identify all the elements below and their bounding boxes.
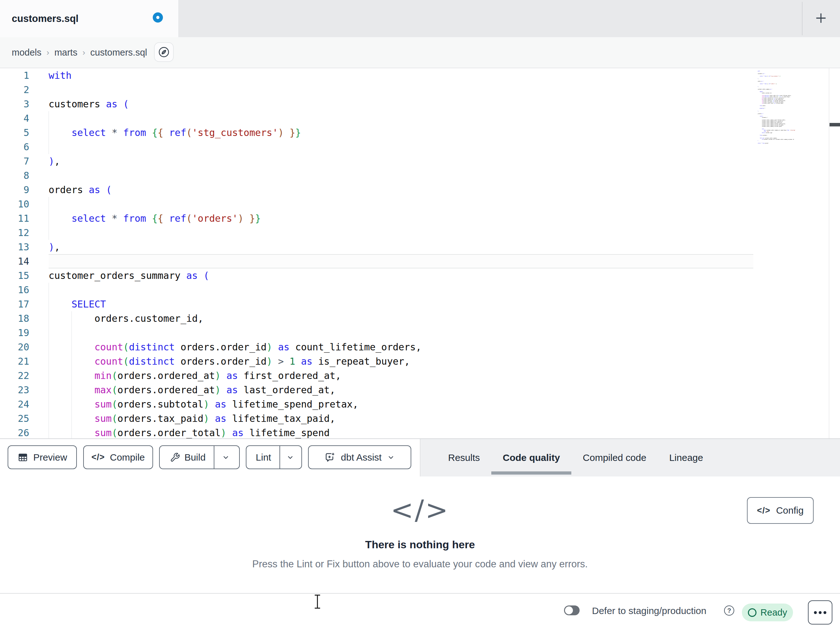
tab-compiled-code[interactable]: Compiled code [571, 439, 658, 476]
lint-dropdown[interactable] [280, 446, 300, 468]
line-number: 11 [0, 211, 29, 226]
new-tab-button[interactable] [810, 7, 832, 29]
code-line[interactable]: orders as ( [49, 183, 753, 197]
line-number: 17 [0, 297, 29, 311]
code-line[interactable]: select * from {{ ref('orders') }} [49, 211, 753, 226]
line-number: 22 [0, 369, 29, 383]
unsaved-changes-indicator [153, 13, 163, 22]
code-line[interactable] [49, 140, 753, 154]
tab-code-quality[interactable]: Code quality [491, 439, 571, 476]
code-line[interactable]: min(orders.ordered_at) as first_ordered_… [49, 369, 753, 383]
line-number: 16 [0, 283, 29, 297]
ready-status-badge: Ready [742, 604, 793, 621]
code-line[interactable]: orders.customer_id, [49, 311, 753, 326]
config-button[interactable]: </> Config [747, 497, 814, 524]
code-line[interactable] [49, 111, 753, 125]
line-number: 14 [0, 254, 29, 269]
code-line[interactable]: count(distinct orders.order_id) > 1 as i… [49, 354, 753, 369]
defer-toggle[interactable] [564, 606, 579, 615]
config-label: Config [776, 505, 804, 516]
editor-action-bar: Preview </> Compile Build Lint [0, 438, 840, 476]
line-number: 9 [0, 183, 29, 197]
lint-split-button[interactable]: Lint [246, 445, 302, 469]
breadcrumb: models›marts›customers.sql [12, 37, 147, 68]
tab-bar-divider [802, 2, 802, 35]
code-editor[interactable]: 1234567891011121314151617181920212223242… [0, 68, 840, 438]
code-line[interactable] [49, 254, 753, 269]
build-split-button[interactable]: Build [159, 445, 240, 469]
dbt-ide-window: customers.sql models›marts›customers.sql… [0, 0, 840, 628]
build-main[interactable]: Build [162, 452, 214, 463]
mouse-cursor-ibeam [314, 594, 321, 610]
code-line[interactable]: customers as ( [49, 97, 753, 111]
assist-label: dbt Assist [341, 452, 381, 463]
preview-button[interactable]: Preview [8, 445, 77, 469]
plus-icon [814, 11, 828, 25]
breadcrumb-separator: › [47, 47, 49, 57]
build-dropdown[interactable] [214, 446, 237, 468]
status-bar: Defer to staging/production ? Ready [0, 593, 840, 628]
code-line[interactable]: SELECT [49, 297, 753, 311]
line-number: 1 [0, 68, 29, 82]
line-number: 21 [0, 354, 29, 369]
tab-title: customers.sql [12, 0, 79, 37]
dbt-assist-button[interactable]: dbt Assist [308, 445, 411, 469]
breadcrumb-item[interactable]: marts [54, 47, 77, 58]
code-line[interactable]: with [49, 68, 753, 82]
ready-circle-icon [748, 608, 756, 617]
code-line[interactable]: sum(orders.tax_paid) as lifetime_tax_pai… [49, 411, 753, 426]
breadcrumb-item[interactable]: customers.sql [90, 47, 147, 58]
build-label: Build [185, 452, 206, 463]
line-number: 18 [0, 311, 29, 326]
code-line[interactable]: ), [49, 240, 753, 254]
code-line[interactable] [49, 197, 753, 211]
lint-main[interactable]: Lint [247, 452, 279, 463]
code-line[interactable] [49, 168, 753, 183]
line-number: 5 [0, 125, 29, 140]
overview-ruler-marker [829, 123, 840, 127]
chevron-down-icon [222, 453, 230, 462]
line-number: 15 [0, 269, 29, 283]
help-icon[interactable]: ? [724, 606, 734, 615]
dbt-copilot-button[interactable] [154, 42, 174, 62]
copilot-compass-icon [158, 46, 170, 58]
code-line[interactable] [49, 226, 753, 240]
results-panel-header: ResultsCode qualityCompiled codeLineage [420, 439, 840, 476]
compile-button[interactable]: </> Compile [83, 445, 153, 469]
empty-state-title: There is nothing here [0, 538, 840, 551]
ready-label: Ready [761, 607, 787, 618]
breadcrumb-item[interactable]: models [12, 47, 42, 58]
tab-lineage[interactable]: Lineage [658, 439, 715, 476]
line-number: 8 [0, 168, 29, 183]
tab-results[interactable]: Results [437, 439, 491, 476]
code-line[interactable]: ), [49, 154, 753, 168]
code-line[interactable] [49, 283, 753, 297]
more-options-button[interactable] [808, 600, 832, 625]
code-line[interactable] [49, 326, 753, 340]
code-line[interactable]: sum(orders.order_total) as lifetime_spen… [49, 426, 753, 438]
code-line[interactable]: customer_orders_summary as ( [49, 269, 753, 283]
line-number: 19 [0, 326, 29, 340]
code-brackets-icon: </> [757, 506, 771, 516]
minimap[interactable]: withcustomers as ( select * from {{ ref(… [758, 71, 829, 436]
code-content[interactable]: withcustomers as ( select * from {{ ref(… [49, 68, 753, 438]
line-number: 3 [0, 97, 29, 111]
results-tabs: ResultsCode qualityCompiled codeLineage [437, 439, 715, 476]
chevron-down-icon [387, 453, 395, 462]
assist-chat-sparkle-icon [324, 452, 336, 463]
code-line[interactable]: count(distinct orders.order_id) as count… [49, 340, 753, 354]
code-line[interactable]: sum(orders.subtotal) as lifetime_spend_p… [49, 397, 753, 411]
code-line[interactable]: select * from {{ ref('stg_customers') }} [49, 125, 753, 140]
line-number: 20 [0, 340, 29, 354]
line-number: 10 [0, 197, 29, 211]
empty-state-subtitle: Press the Lint or Fix button above to ev… [0, 558, 840, 570]
tab-customers-sql[interactable]: customers.sql [0, 0, 179, 37]
line-number: 2 [0, 82, 29, 97]
code-line[interactable]: max(orders.ordered_at) as last_ordered_a… [49, 383, 753, 397]
line-number: 25 [0, 411, 29, 426]
code-line[interactable] [49, 82, 753, 97]
line-number: 12 [0, 226, 29, 240]
overview-ruler-divider [829, 68, 829, 438]
line-number: 13 [0, 240, 29, 254]
minimap-content: withcustomers as ( select * from {{ ref(… [758, 71, 826, 144]
